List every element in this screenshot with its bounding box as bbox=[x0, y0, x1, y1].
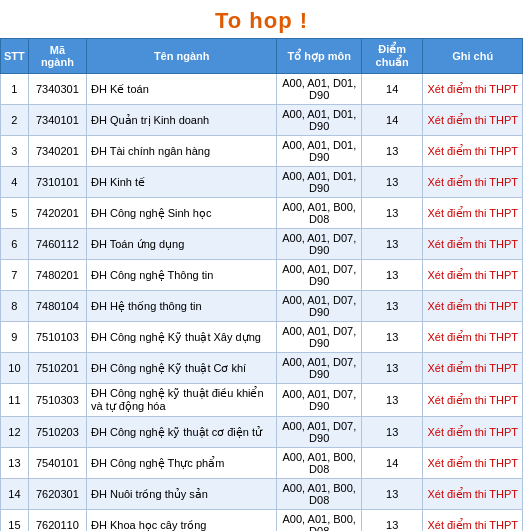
table-row: 47310101ĐH Kinh tếA00, A01, D01, D9013Xé… bbox=[1, 167, 523, 198]
table-cell: Xét điểm thi THPT bbox=[423, 198, 523, 229]
table-cell: 7510201 bbox=[28, 353, 86, 384]
table-cell: 7510303 bbox=[28, 384, 86, 417]
table-cell: ĐH Khoa học cây trồng bbox=[87, 510, 277, 532]
col-stt: STT bbox=[1, 39, 29, 74]
table-cell: Xét điểm thi THPT bbox=[423, 167, 523, 198]
table-cell: 3 bbox=[1, 136, 29, 167]
table-row: 57420201ĐH Công nghệ Sinh họcA00, A01, B… bbox=[1, 198, 523, 229]
table-cell: 4 bbox=[1, 167, 29, 198]
table-cell: 6 bbox=[1, 229, 29, 260]
table-cell: Xét điểm thi THPT bbox=[423, 74, 523, 105]
table-cell: 10 bbox=[1, 353, 29, 384]
table-cell: 13 bbox=[362, 167, 423, 198]
table-cell: ĐH Kinh tế bbox=[87, 167, 277, 198]
table-cell: 7620110 bbox=[28, 510, 86, 532]
table-cell: 7420201 bbox=[28, 198, 86, 229]
table-cell: 13 bbox=[362, 322, 423, 353]
table-cell: ĐH Công nghệ kỹ thuật điều khiển và tự đ… bbox=[87, 384, 277, 417]
table-cell: ĐH Công nghệ Thực phẩm bbox=[87, 448, 277, 479]
table-row: 157620110ĐH Khoa học cây trồngA00, A01, … bbox=[1, 510, 523, 532]
table-cell: 7460112 bbox=[28, 229, 86, 260]
table-row: 127510203ĐH Công nghệ kỹ thuật cơ điện t… bbox=[1, 417, 523, 448]
col-ten: Tên ngành bbox=[87, 39, 277, 74]
table-cell: 13 bbox=[362, 353, 423, 384]
table-cell: 13 bbox=[362, 260, 423, 291]
table-cell: ĐH Công nghệ Sinh học bbox=[87, 198, 277, 229]
table-cell: 14 bbox=[362, 448, 423, 479]
table-cell: 12 bbox=[1, 417, 29, 448]
table-cell: 14 bbox=[1, 479, 29, 510]
table-cell: ĐH Nuôi trồng thủy sản bbox=[87, 479, 277, 510]
table-cell: 7 bbox=[1, 260, 29, 291]
table-cell: 7620301 bbox=[28, 479, 86, 510]
table-cell: 13 bbox=[362, 384, 423, 417]
table-cell: ĐH Kế toán bbox=[87, 74, 277, 105]
table-cell: Xét điểm thi THPT bbox=[423, 291, 523, 322]
table-cell: 2 bbox=[1, 105, 29, 136]
table-cell: 13 bbox=[362, 510, 423, 532]
page-title: To hop ! bbox=[0, 0, 523, 38]
table-cell: 7480104 bbox=[28, 291, 86, 322]
table-row: 27340101ĐH Quản trị Kinh doanhA00, A01, … bbox=[1, 105, 523, 136]
table-cell: A00, A01, D07, D90 bbox=[277, 229, 362, 260]
table-cell: 7340201 bbox=[28, 136, 86, 167]
table-row: 87480104ĐH Hệ thống thông tinA00, A01, D… bbox=[1, 291, 523, 322]
table-cell: A00, A01, B00, D08 bbox=[277, 448, 362, 479]
table-row: 17340301ĐH Kế toánA00, A01, D01, D9014Xé… bbox=[1, 74, 523, 105]
col-tohop: Tổ hợp môn bbox=[277, 39, 362, 74]
table-cell: 8 bbox=[1, 291, 29, 322]
table-cell: ĐH Công nghệ kỹ thuật cơ điện tử bbox=[87, 417, 277, 448]
table-cell: A00, A01, B00, D08 bbox=[277, 510, 362, 532]
table-cell: 15 bbox=[1, 510, 29, 532]
table-cell: 7340301 bbox=[28, 74, 86, 105]
table-row: 37340201ĐH Tài chính ngân hàngA00, A01, … bbox=[1, 136, 523, 167]
table-cell: 7480201 bbox=[28, 260, 86, 291]
table-cell: Xét điểm thi THPT bbox=[423, 105, 523, 136]
table-cell: 13 bbox=[362, 479, 423, 510]
table-cell: A00, A01, B00, D08 bbox=[277, 479, 362, 510]
table-cell: Xét điểm thi THPT bbox=[423, 479, 523, 510]
admissions-table: STT Mã ngành Tên ngành Tổ hợp môn Điểm c… bbox=[0, 38, 523, 531]
table-cell: Xét điểm thi THPT bbox=[423, 322, 523, 353]
table-cell: Xét điểm thi THPT bbox=[423, 384, 523, 417]
table-cell: A00, A01, D07, D90 bbox=[277, 417, 362, 448]
table-cell: 11 bbox=[1, 384, 29, 417]
table-cell: A00, A01, D07, D90 bbox=[277, 353, 362, 384]
table-cell: 13 bbox=[1, 448, 29, 479]
table-cell: ĐH Công nghệ Thông tin bbox=[87, 260, 277, 291]
table-row: 77480201ĐH Công nghệ Thông tinA00, A01, … bbox=[1, 260, 523, 291]
col-diem: Điểm chuẩn bbox=[362, 39, 423, 74]
table-cell: 5 bbox=[1, 198, 29, 229]
table-cell: ĐH Công nghệ Kỹ thuật Xây dựng bbox=[87, 322, 277, 353]
table-row: 117510303ĐH Công nghệ kỹ thuật điều khiể… bbox=[1, 384, 523, 417]
table-cell: A00, A01, D07, D90 bbox=[277, 260, 362, 291]
table-cell: A00, A01, D01, D90 bbox=[277, 105, 362, 136]
table-cell: 13 bbox=[362, 417, 423, 448]
table-row: 67460112ĐH Toán ứng dụngA00, A01, D07, D… bbox=[1, 229, 523, 260]
table-cell: ĐH Quản trị Kinh doanh bbox=[87, 105, 277, 136]
table-cell: Xét điểm thi THPT bbox=[423, 260, 523, 291]
table-cell: A00, A01, D01, D90 bbox=[277, 74, 362, 105]
table-cell: A00, A01, D01, D90 bbox=[277, 167, 362, 198]
table-cell: Xét điểm thi THPT bbox=[423, 448, 523, 479]
table-cell: Xét điểm thi THPT bbox=[423, 353, 523, 384]
table-cell: Xét điểm thi THPT bbox=[423, 510, 523, 532]
table-row: 137540101ĐH Công nghệ Thực phẩmA00, A01,… bbox=[1, 448, 523, 479]
col-ma: Mã ngành bbox=[28, 39, 86, 74]
table-cell: Xét điểm thi THPT bbox=[423, 136, 523, 167]
table-cell: 9 bbox=[1, 322, 29, 353]
table-cell: 14 bbox=[362, 74, 423, 105]
table-cell: A00, A01, D07, D90 bbox=[277, 322, 362, 353]
table-cell: A00, A01, D07, D90 bbox=[277, 291, 362, 322]
table-cell: ĐH Hệ thống thông tin bbox=[87, 291, 277, 322]
table-row: 97510103ĐH Công nghệ Kỹ thuật Xây dựngA0… bbox=[1, 322, 523, 353]
table-cell: Xét điểm thi THPT bbox=[423, 417, 523, 448]
table-cell: ĐH Toán ứng dụng bbox=[87, 229, 277, 260]
table-cell: 7310101 bbox=[28, 167, 86, 198]
table-cell: ĐH Tài chính ngân hàng bbox=[87, 136, 277, 167]
table-cell: 7340101 bbox=[28, 105, 86, 136]
table-cell: 14 bbox=[362, 105, 423, 136]
table-cell: 13 bbox=[362, 229, 423, 260]
table-cell: 1 bbox=[1, 74, 29, 105]
table-cell: ĐH Công nghệ Kỹ thuật Cơ khí bbox=[87, 353, 277, 384]
